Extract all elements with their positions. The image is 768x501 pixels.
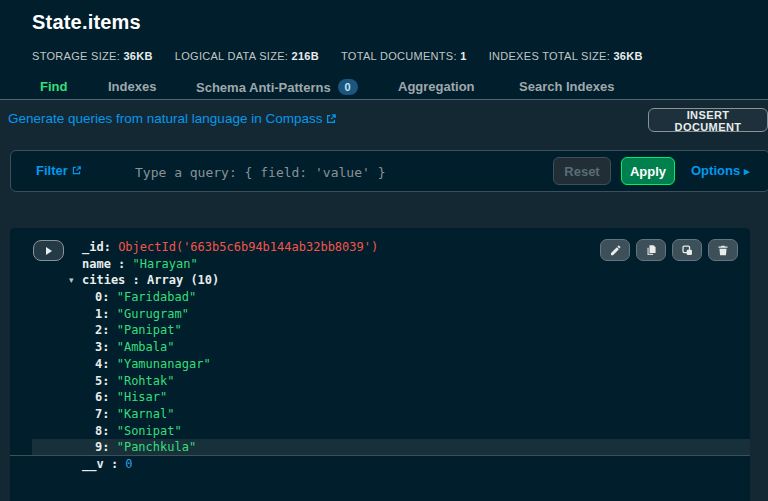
field-value: "Ambala" xyxy=(117,340,175,354)
filter-label[interactable]: Filter xyxy=(36,163,82,178)
document-field-row[interactable]: 9: "Panchkula" xyxy=(10,439,750,456)
document-field-row[interactable]: 8: "Sonipat" xyxy=(10,423,750,440)
options-toggle[interactable]: Options▸ xyxy=(691,163,750,178)
document-field-row[interactable]: __v : 0 xyxy=(10,456,750,473)
field-value: "Hisar" xyxy=(117,390,168,404)
field-key: 2: xyxy=(95,323,117,337)
field-key: 4: xyxy=(95,357,117,371)
field-value: "Yamunanagar" xyxy=(117,357,211,371)
tab-aggregation[interactable]: Aggregation xyxy=(398,79,475,94)
query-bar: Filter Reset Apply Options▸ xyxy=(10,150,768,192)
field-value: "Panchkula" xyxy=(117,440,196,454)
field-key: 3: xyxy=(95,340,117,354)
field-value: "Faridabad" xyxy=(117,290,196,304)
insert-document-button[interactable]: INSERT DOCUMENT xyxy=(648,108,768,132)
field-key: cities : xyxy=(82,273,147,287)
caret-right-icon: ▸ xyxy=(744,165,750,177)
tab-find[interactable]: Find xyxy=(40,79,67,94)
document-json-tree: _id: ObjectId('663b5c6b94b144ab32bb8039'… xyxy=(10,239,750,473)
field-key: 7: xyxy=(95,407,117,421)
document-field-row[interactable]: 4: "Yamunanagar" xyxy=(10,356,750,373)
collection-stats: STORAGE SIZE: 36KB LOGICAL DATA SIZE: 21… xyxy=(32,50,643,62)
field-key: _id: xyxy=(82,240,118,254)
field-value: "Harayan" xyxy=(133,257,198,271)
stat-indexes-total-size: INDEXES TOTAL SIZE: 36KB xyxy=(489,50,643,62)
field-value: Array (10) xyxy=(147,273,219,287)
field-value: "Karnal" xyxy=(117,407,175,421)
stat-storage-size: STORAGE SIZE: 36KB xyxy=(32,50,153,62)
document-field-row[interactable]: name : "Harayan" xyxy=(10,256,750,273)
field-key: 6: xyxy=(95,390,117,404)
field-key: __v : xyxy=(82,457,125,471)
tab-indexes[interactable]: Indexes xyxy=(108,79,156,94)
tab-search-indexes[interactable]: Search Indexes xyxy=(519,79,614,94)
field-value: "Rohtak" xyxy=(117,374,175,388)
document-field-row[interactable]: 0: "Faridabad" xyxy=(10,289,750,306)
compass-documents-view: State.items STORAGE SIZE: 36KB LOGICAL D… xyxy=(0,0,768,501)
field-value: 0 xyxy=(125,457,132,471)
collection-title: State.items xyxy=(32,11,141,34)
schema-anti-patterns-badge: 0 xyxy=(338,79,358,95)
document-field-row[interactable]: 5: "Rohtak" xyxy=(10,373,750,390)
document-field-row[interactable]: 1: "Gurugram" xyxy=(10,306,750,323)
document-card: _id: ObjectId('663b5c6b94b144ab32bb8039'… xyxy=(10,228,750,501)
field-key: 8: xyxy=(95,424,117,438)
caret-down-icon[interactable]: ▾ xyxy=(69,272,82,289)
field-value: "Panipat" xyxy=(117,323,182,337)
filter-query-input[interactable] xyxy=(133,157,477,187)
document-field-row[interactable]: 3: "Ambala" xyxy=(10,339,750,356)
field-key: 1: xyxy=(95,307,117,321)
field-value: ObjectId('663b5c6b94b144ab32bb8039') xyxy=(118,240,378,254)
collection-header: State.items STORAGE SIZE: 36KB LOGICAL D… xyxy=(0,0,768,100)
stat-total-documents: TOTAL DOCUMENTS: 1 xyxy=(341,50,467,62)
stat-logical-data-size: LOGICAL DATA SIZE: 216B xyxy=(175,50,319,62)
generate-queries-link[interactable]: Generate queries from natural language i… xyxy=(8,111,337,126)
field-key: 9: xyxy=(95,440,117,454)
document-field-row[interactable]: 7: "Karnal" xyxy=(10,406,750,423)
external-link-icon xyxy=(71,165,82,176)
field-key: name : xyxy=(82,257,133,271)
field-key: 0: xyxy=(95,290,117,304)
field-value: "Sonipat" xyxy=(117,424,182,438)
document-field-row[interactable]: ▾cities : Array (10) xyxy=(10,272,750,289)
document-field-row[interactable]: 2: "Panipat" xyxy=(10,322,750,339)
tab-schema-anti-patterns[interactable]: Schema Anti-Patterns0 xyxy=(196,79,358,95)
document-field-row[interactable]: 6: "Hisar" xyxy=(10,389,750,406)
external-link-icon xyxy=(325,113,337,125)
field-value: "Gurugram" xyxy=(117,307,189,321)
document-field-row[interactable]: _id: ObjectId('663b5c6b94b144ab32bb8039'… xyxy=(10,239,750,256)
apply-button[interactable]: Apply xyxy=(621,157,675,185)
reset-button[interactable]: Reset xyxy=(553,157,611,185)
field-key: 5: xyxy=(95,374,117,388)
